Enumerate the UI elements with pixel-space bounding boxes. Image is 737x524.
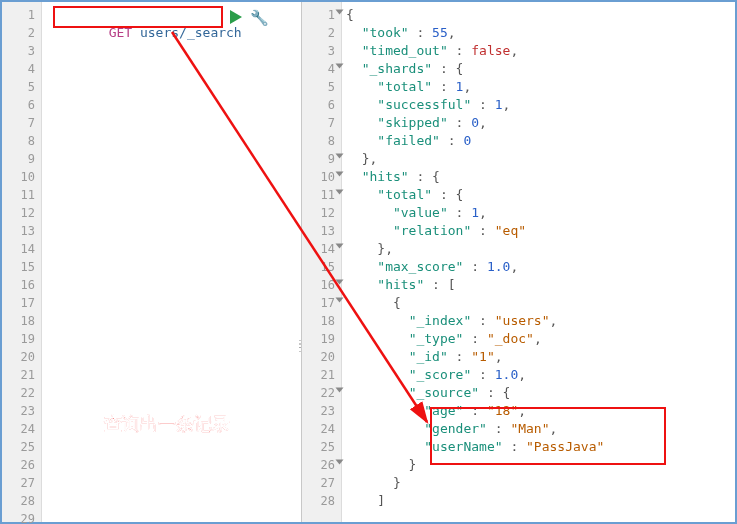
- http-method: GET: [109, 25, 132, 40]
- request-editor[interactable]: GET users/_search: [42, 2, 301, 522]
- code-line[interactable]: "userName" : "PassJava": [342, 438, 735, 456]
- line-number: 1: [302, 6, 341, 24]
- code-line[interactable]: {: [342, 294, 735, 312]
- code-line[interactable]: "age" : "18",: [342, 402, 735, 420]
- line-number: 3: [302, 42, 341, 60]
- code-line[interactable]: "max_score" : 1.0,: [342, 258, 735, 276]
- line-number: 12: [302, 204, 341, 222]
- code-line[interactable]: "took" : 55,: [342, 24, 735, 42]
- line-number: 20: [302, 348, 341, 366]
- code-line[interactable]: "_score" : 1.0,: [342, 366, 735, 384]
- code-line[interactable]: ]: [342, 492, 735, 510]
- code-line[interactable]: "_type" : "_doc",: [342, 330, 735, 348]
- code-line[interactable]: "total" : {: [342, 186, 735, 204]
- code-line[interactable]: "_source" : {: [342, 384, 735, 402]
- line-number: 27: [2, 474, 41, 492]
- line-number: 18: [2, 312, 41, 330]
- code-line[interactable]: },: [342, 150, 735, 168]
- line-number: 15: [2, 258, 41, 276]
- line-number: 6: [2, 96, 41, 114]
- line-number: 17: [302, 294, 341, 312]
- wrench-icon[interactable]: 🔧: [250, 9, 269, 27]
- line-number: 2: [302, 24, 341, 42]
- code-line[interactable]: "total" : 1,: [342, 78, 735, 96]
- line-number: 24: [302, 420, 341, 438]
- code-line[interactable]: "failed" : 0: [342, 132, 735, 150]
- code-line[interactable]: },: [342, 240, 735, 258]
- line-number: 1: [2, 6, 41, 24]
- line-number: 29: [2, 510, 41, 524]
- line-number: 11: [2, 186, 41, 204]
- code-line[interactable]: "successful" : 1,: [342, 96, 735, 114]
- line-number: 17: [2, 294, 41, 312]
- line-number: 8: [2, 132, 41, 150]
- line-number: 19: [2, 330, 41, 348]
- line-number: 9: [2, 150, 41, 168]
- line-number: 13: [302, 222, 341, 240]
- code-line[interactable]: "_shards" : {: [342, 60, 735, 78]
- request-gutter: 1234567891011121314151617181920212223242…: [2, 2, 42, 522]
- line-number: 5: [302, 78, 341, 96]
- code-line[interactable]: "hits" : {: [342, 168, 735, 186]
- editor-split-view: 1234567891011121314151617181920212223242…: [0, 0, 737, 524]
- response-pane: 1234567891011121314151617181920212223242…: [302, 2, 735, 522]
- line-number: 3: [2, 42, 41, 60]
- line-number: 6: [302, 96, 341, 114]
- line-number: 21: [2, 366, 41, 384]
- line-number: 22: [2, 384, 41, 402]
- line-number: 23: [302, 402, 341, 420]
- code-line[interactable]: }: [342, 474, 735, 492]
- line-number: 7: [2, 114, 41, 132]
- code-line[interactable]: "_id" : "1",: [342, 348, 735, 366]
- line-number: 4: [2, 60, 41, 78]
- code-line[interactable]: "_index" : "users",: [342, 312, 735, 330]
- line-number: 14: [302, 240, 341, 258]
- run-request-button[interactable]: [230, 10, 242, 24]
- code-line[interactable]: "skipped" : 0,: [342, 114, 735, 132]
- line-number: 26: [302, 456, 341, 474]
- line-number: 25: [2, 438, 41, 456]
- response-gutter: 1234567891011121314151617181920212223242…: [302, 2, 342, 522]
- code-line[interactable]: "timed_out" : false,: [342, 42, 735, 60]
- request-pane: 1234567891011121314151617181920212223242…: [2, 2, 302, 522]
- line-number: 28: [2, 492, 41, 510]
- line-number: 13: [2, 222, 41, 240]
- line-number: 15: [302, 258, 341, 276]
- response-editor[interactable]: { "took" : 55, "timed_out" : false, "_sh…: [342, 2, 735, 522]
- line-number: 22: [302, 384, 341, 402]
- line-number: 10: [2, 168, 41, 186]
- line-number: 21: [302, 366, 341, 384]
- line-number: 9: [302, 150, 341, 168]
- line-number: 24: [2, 420, 41, 438]
- line-number: 8: [302, 132, 341, 150]
- line-number: 14: [2, 240, 41, 258]
- line-number: 4: [302, 60, 341, 78]
- line-number: 19: [302, 330, 341, 348]
- line-number: 7: [302, 114, 341, 132]
- line-number: 5: [2, 78, 41, 96]
- code-line[interactable]: "gender" : "Man",: [342, 420, 735, 438]
- line-number: 20: [2, 348, 41, 366]
- line-number: 18: [302, 312, 341, 330]
- request-path: users/_search: [140, 25, 242, 40]
- code-line[interactable]: "value" : 1,: [342, 204, 735, 222]
- code-line[interactable]: }: [342, 456, 735, 474]
- line-number: 10: [302, 168, 341, 186]
- line-number: 11: [302, 186, 341, 204]
- line-number: 23: [2, 402, 41, 420]
- line-number: 25: [302, 438, 341, 456]
- code-line[interactable]: {: [342, 6, 735, 24]
- line-number: 26: [2, 456, 41, 474]
- line-number: 2: [2, 24, 41, 42]
- line-number: 27: [302, 474, 341, 492]
- code-line[interactable]: "relation" : "eq": [342, 222, 735, 240]
- line-number: 12: [2, 204, 41, 222]
- line-number: 28: [302, 492, 341, 510]
- code-line[interactable]: "hits" : [: [342, 276, 735, 294]
- line-number: 16: [302, 276, 341, 294]
- line-number: 16: [2, 276, 41, 294]
